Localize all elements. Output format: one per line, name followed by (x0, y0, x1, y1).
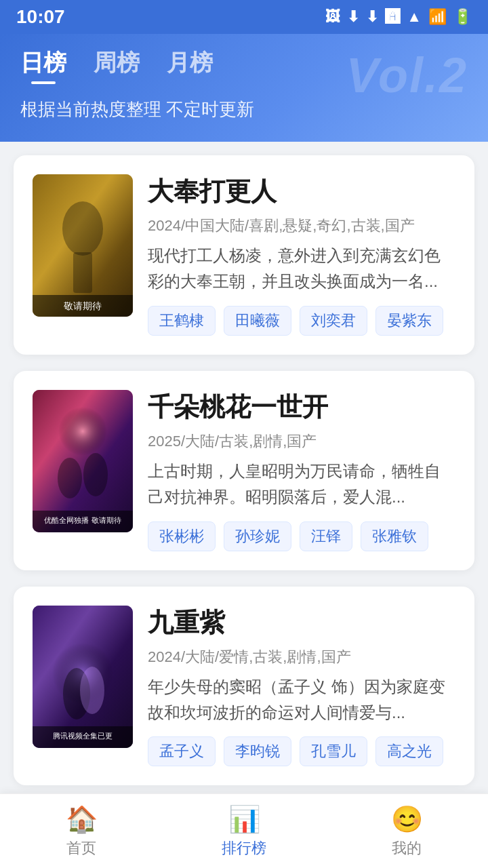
card-info-2: 千朵桃花一世开 2025/大陆/古装,剧情,国产 上古时期，人皇昭明为万民请命，… (148, 390, 455, 551)
tab-weekly[interactable]: 周榜 (94, 47, 140, 84)
svg-point-14 (80, 667, 104, 714)
status-bar: 10:07 🖼 ⬇ ⬇ 🅰 ▲ 📶 🔋 (0, 0, 488, 34)
profile-icon: 😊 (391, 804, 423, 834)
tag[interactable]: 孙珍妮 (224, 521, 291, 551)
battery-icon: 🔋 (453, 8, 472, 26)
tag[interactable]: 高之光 (375, 736, 443, 766)
svg-text:敬请期待: 敬请期待 (64, 300, 102, 311)
list-item[interactable]: 优酷全网独播 敬请期待 千朵桃花一世开 2025/大陆/古装,剧情,国产 上古时… (14, 371, 474, 570)
svg-point-7 (58, 458, 82, 498)
home-icon: 🏠 (66, 804, 98, 834)
tag[interactable]: 汪铎 (300, 521, 352, 551)
svg-point-8 (83, 453, 108, 496)
card-tags-3: 孟子义 李昀锐 孔雪儿 高之光 (148, 736, 455, 766)
download-icon: ⬇ (347, 8, 359, 26)
content-area: 敬请期待 大奉打更人 2024/中国大陆/喜剧,悬疑,奇幻,古装,国产 现代打工… (0, 142, 488, 867)
card-desc-2: 上古时期，人皇昭明为万民请命，牺牲自己对抗神界。昭明陨落后，爱人混... (148, 458, 455, 511)
card-title-1: 大奉打更人 (148, 174, 455, 209)
bottom-nav: 🏠 首页 📊 排行榜 😊 我的 (0, 793, 488, 868)
nav-profile[interactable]: 😊 我的 (325, 794, 488, 868)
card-poster-1: 敬请期待 (33, 174, 133, 317)
card-title-3: 九重紫 (148, 606, 455, 640)
svg-rect-2 (73, 252, 92, 293)
card-poster-3: 腾讯视频全集已更 (33, 606, 133, 748)
tab-bar: 日榜 周榜 月榜 (20, 47, 468, 84)
list-item[interactable]: 腾讯视频全集已更 九重紫 2024/大陆/爱情,古装,剧情,国产 年少失母的窦昭… (14, 587, 474, 786)
card-tags-1: 王鹤棣 田曦薇 刘奕君 晏紫东 (148, 306, 455, 336)
header-subtitle: 根据当前热度整理 不定时更新 (20, 98, 468, 121)
tag[interactable]: 张雅钦 (361, 521, 428, 551)
status-icons: 🖼 ⬇ ⬇ 🅰 ▲ 📶 🔋 (325, 8, 472, 26)
card-meta-3: 2024/大陆/爱情,古装,剧情,国产 (148, 647, 455, 667)
font-icon: 🅰 (385, 8, 400, 26)
tag[interactable]: 李昀锐 (224, 736, 291, 766)
svg-point-6 (52, 407, 113, 468)
svg-text:优酷全网独播 敬请期待: 优酷全网独播 敬请期待 (44, 516, 121, 524)
card-tags-2: 张彬彬 孙珍妮 汪铎 张雅钦 (148, 521, 455, 551)
svg-text:腾讯视频全集已更: 腾讯视频全集已更 (53, 732, 113, 740)
tag[interactable]: 王鹤棣 (148, 306, 216, 336)
header-banner: 日榜 周榜 月榜 根据当前热度整理 不定时更新 (0, 34, 488, 142)
tag[interactable]: 张彬彬 (148, 521, 216, 551)
nav-ranking-label: 排行榜 (222, 838, 266, 859)
tag[interactable]: 田曦薇 (224, 306, 291, 336)
card-info-3: 九重紫 2024/大陆/爱情,古装,剧情,国产 年少失母的窦昭（孟子义 饰）因为… (148, 606, 455, 767)
nav-home-label: 首页 (66, 838, 96, 859)
wifi-icon: ▲ (407, 8, 422, 26)
gallery-icon: 🖼 (325, 8, 340, 26)
tag[interactable]: 孔雪儿 (300, 736, 367, 766)
ranking-icon: 📊 (228, 804, 260, 834)
card-poster-2: 优酷全网独播 敬请期待 (33, 390, 133, 532)
nav-home[interactable]: 🏠 首页 (0, 794, 163, 868)
nav-ranking[interactable]: 📊 排行榜 (163, 794, 325, 868)
card-meta-1: 2024/中国大陆/喜剧,悬疑,奇幻,古装,国产 (148, 216, 455, 236)
signal-icon: 📶 (428, 8, 447, 26)
list-item[interactable]: 敬请期待 大奉打更人 2024/中国大陆/喜剧,悬疑,奇幻,古装,国产 现代打工… (14, 155, 474, 355)
card-desc-3: 年少失母的窦昭（孟子义 饰）因为家庭变故和坎坷波折的命运对人间情爱与... (148, 674, 455, 726)
svg-point-1 (62, 201, 103, 256)
tag[interactable]: 孟子义 (148, 736, 216, 766)
card-info-1: 大奉打更人 2024/中国大陆/喜剧,悬疑,奇幻,古装,国产 现代打工人杨凌，意… (148, 174, 455, 336)
tag[interactable]: 刘奕君 (300, 306, 367, 336)
nav-profile-label: 我的 (392, 838, 422, 859)
tag[interactable]: 晏紫东 (375, 306, 443, 336)
download2-icon: ⬇ (366, 8, 378, 26)
tab-daily[interactable]: 日榜 (20, 47, 66, 84)
status-time: 10:07 (16, 6, 65, 28)
card-title-2: 千朵桃花一世开 (148, 390, 455, 425)
card-desc-1: 现代打工人杨凌，意外进入到充满玄幻色彩的大奉王朝，并且改头换面成为一名... (148, 243, 455, 295)
card-meta-2: 2025/大陆/古装,剧情,国产 (148, 431, 455, 452)
tab-monthly[interactable]: 月榜 (167, 47, 213, 84)
